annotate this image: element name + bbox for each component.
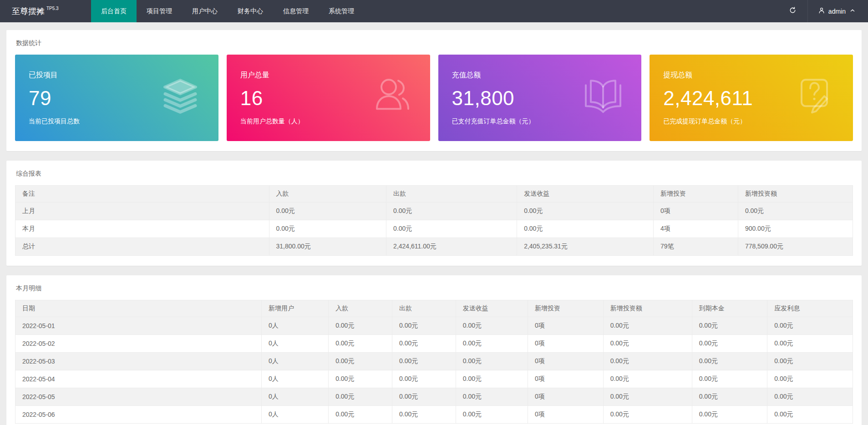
table-cell: 0人 xyxy=(261,335,328,353)
main-nav: 后台首页 项目管理 用户中心 财务中心 信息管理 系统管理 xyxy=(91,0,364,22)
table-cell: 0.00元 xyxy=(517,220,654,238)
stat-card[interactable]: 充值总额 31,800 已支付充值订单总金额（元） xyxy=(438,55,642,141)
layers-icon xyxy=(158,73,202,116)
section-report: 综合报表 备注入款出款发送收益新增投资新增投资额 上月 xyxy=(6,161,862,266)
table-cell: 0.00元 xyxy=(603,317,692,335)
column-header: 发送收益 xyxy=(456,300,528,317)
nav-item[interactable]: 财务中心 xyxy=(228,0,273,22)
table-cell: 0.00元 xyxy=(603,370,692,388)
table-cell: 0.00元 xyxy=(603,388,692,406)
table-cell: 0项 xyxy=(528,317,604,335)
table-cell: 0.00元 xyxy=(386,220,517,238)
table-cell: 0.00元 xyxy=(603,353,692,370)
table-cell: 0.00元 xyxy=(456,353,528,370)
table-cell: 0.00元 xyxy=(392,370,456,388)
table-cell: 79笔 xyxy=(654,238,738,256)
app-logo-version: TP5.3 xyxy=(46,6,59,11)
nav-item[interactable]: 信息管理 xyxy=(273,0,319,22)
table-cell: 0.00元 xyxy=(603,335,692,353)
table-cell: 0.00元 xyxy=(329,335,392,353)
table-cell: 0.00元 xyxy=(692,317,767,335)
column-header: 入款 xyxy=(269,186,386,202)
table-cell: 0.00元 xyxy=(269,202,386,220)
table-cell: 0.00元 xyxy=(692,370,767,388)
table-cell: 0人 xyxy=(261,388,328,406)
nav-item[interactable]: 用户中心 xyxy=(182,0,228,22)
table-cell: 2,424,611.00元 xyxy=(386,238,517,256)
table-cell: 31,800.00元 xyxy=(269,238,386,256)
user-menu[interactable]: admin xyxy=(808,0,868,22)
column-header: 新增投资 xyxy=(528,300,604,317)
refresh-icon xyxy=(789,6,797,16)
table-cell: 0.00元 xyxy=(392,388,456,406)
detail-header-row: 日期新增用户入款出款发送收益新增投资新增投资额到期本金应发利息 xyxy=(15,300,853,317)
table-row: 总计 31,800.00元 2,424,611.00元 2,405,235.31… xyxy=(15,238,853,256)
nav-item[interactable]: 后台首页 xyxy=(91,0,137,22)
column-header: 入款 xyxy=(329,300,392,317)
column-header: 新增投资额 xyxy=(738,186,853,202)
table-cell: 0.00元 xyxy=(603,406,692,424)
username: admin xyxy=(828,8,846,15)
column-header: 到期本金 xyxy=(692,300,767,317)
table-cell: 0.00元 xyxy=(692,353,767,370)
table-cell: 0.00元 xyxy=(456,406,528,424)
table-cell: 本月 xyxy=(15,220,269,238)
table-cell: 0.00元 xyxy=(767,317,853,335)
table-cell: 0人 xyxy=(261,317,328,335)
detail-panel-title: 本月明细 xyxy=(13,283,855,293)
column-header: 出款 xyxy=(386,186,517,202)
column-header: 新增投资 xyxy=(654,186,738,202)
table-cell: 2022-05-01 xyxy=(15,317,262,335)
table-cell: 0项 xyxy=(528,370,604,388)
table-cell: 0.00元 xyxy=(392,317,456,335)
table-cell: 2,405,235.31元 xyxy=(517,238,654,256)
table-cell: 0项 xyxy=(528,353,604,370)
table-cell: 0人 xyxy=(261,353,328,370)
chevron-up-icon xyxy=(849,7,856,15)
table-cell: 2022-05-04 xyxy=(15,370,262,388)
table-cell: 总计 xyxy=(15,238,269,256)
page-content: 数据统计 已投项目 79 当前已投项目总数 用户总量 16 当前用户总数量（人） xyxy=(0,22,868,425)
report-header-row: 备注入款出款发送收益新增投资新增投资额 xyxy=(15,186,853,202)
note-question-icon xyxy=(793,73,837,116)
stat-card-desc: 已支付充值订单总金额（元） xyxy=(452,117,628,126)
table-cell: 0.00元 xyxy=(269,220,386,238)
table-cell: 0.00元 xyxy=(392,335,456,353)
stat-card[interactable]: 提现总额 2,424,611 已完成提现订单总金额（元） xyxy=(650,55,853,141)
table-cell: 0项 xyxy=(654,202,738,220)
stat-cards: 已投项目 79 当前已投项目总数 用户总量 16 当前用户总数量（人） 充值总额… xyxy=(13,55,855,141)
detail-table-wrap: 日期新增用户入款出款发送收益新增投资新增投资额到期本金应发利息 2022-05-… xyxy=(13,300,855,424)
section-detail: 本月明细 日期新增用户入款出款发送收益新增投资新增投资额到期本金应发利息 xyxy=(6,275,862,425)
table-cell: 上月 xyxy=(15,202,269,220)
table-row: 2022-05-06 0人 0.00元 0.00元 0.00元 0项 0.00元… xyxy=(15,406,853,424)
stats-panel-title: 数据统计 xyxy=(13,38,855,47)
table-cell: 0.00元 xyxy=(329,370,392,388)
column-header: 出款 xyxy=(392,300,456,317)
table-cell: 0.00元 xyxy=(392,406,456,424)
table-cell: 0.00元 xyxy=(692,335,767,353)
table-row: 2022-05-04 0人 0.00元 0.00元 0.00元 0项 0.00元… xyxy=(15,370,853,388)
stat-card[interactable]: 用户总量 16 当前用户总数量（人） xyxy=(227,55,430,141)
nav-item[interactable]: 系统管理 xyxy=(319,0,364,22)
table-cell: 0人 xyxy=(261,406,328,424)
table-cell: 0.00元 xyxy=(692,406,767,424)
table-row: 2022-05-01 0人 0.00元 0.00元 0.00元 0项 0.00元… xyxy=(15,317,853,335)
table-row: 2022-05-05 0人 0.00元 0.00元 0.00元 0项 0.00元… xyxy=(15,388,853,406)
stat-card[interactable]: 已投项目 79 当前已投项目总数 xyxy=(15,55,218,141)
table-cell: 778,509.00元 xyxy=(738,238,853,256)
table-cell: 0.00元 xyxy=(692,388,767,406)
table-cell: 0.00元 xyxy=(456,370,528,388)
book-icon xyxy=(581,73,625,116)
table-cell: 2022-05-03 xyxy=(15,353,262,370)
refresh-button[interactable] xyxy=(778,0,807,22)
nav-item[interactable]: 项目管理 xyxy=(137,0,182,22)
column-header: 应发利息 xyxy=(767,300,853,317)
column-header: 日期 xyxy=(15,300,262,317)
app-logo[interactable]: 至尊摆摊 TP5.3 xyxy=(0,0,91,22)
table-cell: 0人 xyxy=(261,370,328,388)
user-icon xyxy=(370,73,414,116)
table-cell: 0.00元 xyxy=(329,317,392,335)
table-cell: 0项 xyxy=(528,406,604,424)
table-row: 上月 0.00元 0.00元 0.00元 0项 0.00元 xyxy=(15,202,853,220)
table-cell: 2022-05-05 xyxy=(15,388,262,406)
